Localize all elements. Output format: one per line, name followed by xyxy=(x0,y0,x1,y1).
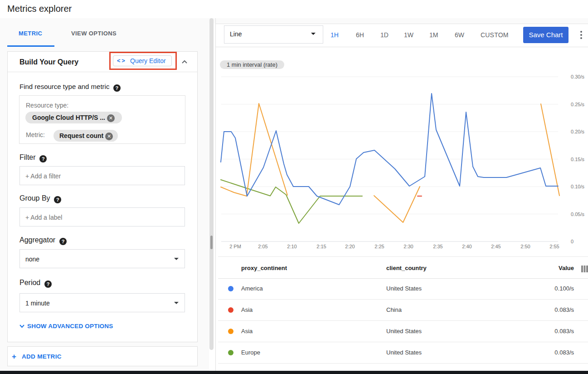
svg-text:0.20/s: 0.20/s xyxy=(571,129,584,134)
svg-text:2:20: 2:20 xyxy=(345,244,355,249)
svg-text:2:50: 2:50 xyxy=(520,244,530,249)
svg-text:2:15: 2:15 xyxy=(316,244,326,249)
svg-text:2:45: 2:45 xyxy=(491,244,501,249)
svg-text:2:55: 2:55 xyxy=(549,244,559,249)
svg-text:0.25/s: 0.25/s xyxy=(571,102,584,107)
svg-text:2:05: 2:05 xyxy=(258,244,267,249)
svg-text:0.10/s: 0.10/s xyxy=(571,184,584,189)
svg-text:2:30: 2:30 xyxy=(403,244,413,249)
svg-text:0.15/s: 0.15/s xyxy=(571,157,584,162)
svg-text:0: 0 xyxy=(571,239,573,244)
svg-text:2:40: 2:40 xyxy=(462,244,471,249)
svg-text:2:25: 2:25 xyxy=(374,244,384,249)
svg-text:0.30/s: 0.30/s xyxy=(571,74,584,79)
svg-text:2:35: 2:35 xyxy=(433,244,442,249)
svg-text:2:10: 2:10 xyxy=(287,244,296,249)
svg-text:0.05/s: 0.05/s xyxy=(571,212,584,217)
svg-text:2 PM: 2 PM xyxy=(229,244,241,249)
